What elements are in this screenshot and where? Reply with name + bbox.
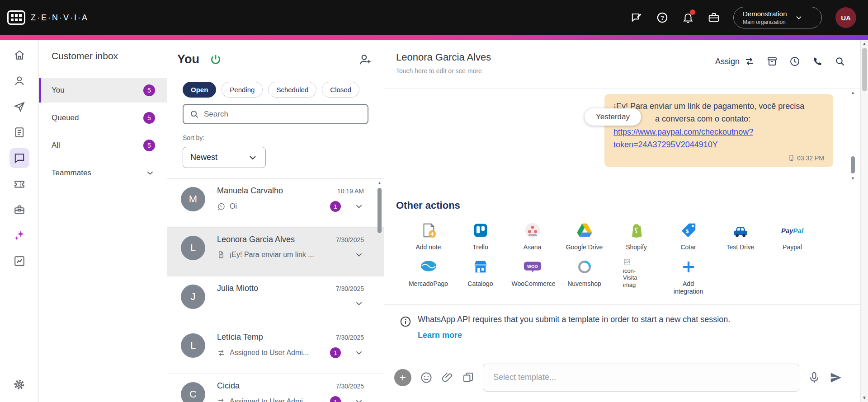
chat-contact-name[interactable]: Leonora Garcia Alves: [396, 51, 491, 63]
message-preview: ¡Ey! Para enviar um link ...: [229, 251, 314, 259]
list-scrollbar[interactable]: ▲: [377, 181, 382, 233]
chevron-down-icon[interactable]: [354, 250, 364, 260]
help-icon[interactable]: ?: [656, 12, 668, 24]
sidebar-item-teammates[interactable]: Teammates: [39, 161, 167, 185]
org-selector[interactable]: Demonstration Main organization: [733, 7, 822, 28]
window-scrollbar[interactable]: ▲ ▼: [860, 40, 868, 402]
list-item-leonora[interactable]: L Leonora Garcia Alves 7/30/2025 ¡Ey! Pa…: [167, 227, 384, 276]
action-test-drive[interactable]: Test Drive: [714, 221, 766, 252]
actions-row-2: MercadoPago Catalogo WOO WooCommerce: [396, 258, 868, 296]
workspace-icon[interactable]: [708, 12, 720, 24]
chat-header: Leonora Garcia Alves Touch here to edit …: [384, 40, 868, 89]
nav-ai-sparkles-icon[interactable]: [9, 225, 29, 245]
action-paypal[interactable]: PayPal Paypal: [766, 221, 818, 252]
filter-open[interactable]: Open: [183, 82, 216, 98]
sort-dropdown[interactable]: Newest: [183, 147, 266, 168]
action-visita-broken[interactable]: icon-Visita imag: [610, 258, 662, 296]
conv-main: Manuela Carvalho 10:19 AM Oi 1: [217, 186, 364, 222]
attachment-paperclip-icon[interactable]: [441, 371, 453, 383]
microphone-icon[interactable]: [808, 371, 821, 384]
scroll-up-icon[interactable]: ▲: [862, 42, 867, 46]
avatar: L: [181, 333, 205, 358]
car-icon: [731, 221, 750, 239]
nav-home-icon[interactable]: [9, 45, 29, 65]
scrollbar-thumb[interactable]: [851, 156, 855, 173]
chevron-down-icon[interactable]: [354, 397, 364, 402]
avatar: J: [181, 285, 205, 309]
nav-tickets-icon[interactable]: [9, 174, 29, 194]
compose-message-icon[interactable]: [630, 12, 642, 24]
nav-contacts-icon[interactable]: [9, 71, 29, 91]
payment-link-line1[interactable]: https://www.paypal.com/checkoutnow?: [613, 126, 824, 138]
action-catalogo[interactable]: Catalogo: [454, 258, 506, 296]
sidebar-item-all[interactable]: All 5: [39, 133, 167, 158]
scrollbar-thumb[interactable]: [862, 48, 867, 91]
chevron-down-icon[interactable]: [354, 348, 364, 358]
assigned-transfer-icon: [217, 397, 226, 402]
message-line: ¡Ey! Para enviar um link de pagamento, v…: [613, 100, 824, 112]
unread-badge: 1: [330, 347, 341, 358]
notifications-icon[interactable]: [682, 12, 694, 24]
add-teammate-icon[interactable]: [359, 53, 372, 66]
action-google-drive[interactable]: Google Drive: [558, 221, 610, 252]
unread-badge: 1: [330, 201, 341, 212]
assign-button[interactable]: Assign: [715, 56, 755, 67]
nav-settings-gear-icon[interactable]: [9, 374, 29, 394]
action-trello[interactable]: Trello: [454, 221, 506, 252]
history-clock-icon[interactable]: [789, 56, 800, 67]
list-item-julia[interactable]: J Julia Miotto 7/30/2025: [167, 276, 384, 325]
action-label: Asana: [524, 243, 542, 252]
scroll-down-icon[interactable]: ▼: [851, 176, 855, 181]
action-mercadopago[interactable]: MercadoPago: [402, 258, 454, 296]
action-shopify[interactable]: Shopify: [610, 221, 662, 252]
archive-icon[interactable]: [767, 56, 778, 67]
messages-scrollbar[interactable]: ▲ ▼: [850, 90, 856, 191]
composer-add-button[interactable]: [394, 369, 411, 386]
template-copy-icon[interactable]: [462, 371, 474, 383]
action-nuvemshop[interactable]: Nuvemshop: [558, 258, 610, 296]
nav-reports-icon[interactable]: [9, 122, 29, 142]
sidebar-item-you[interactable]: You 5: [39, 78, 167, 103]
filter-scheduled[interactable]: Scheduled: [268, 82, 316, 98]
chevron-down-icon[interactable]: [354, 299, 364, 309]
nav-toolbox-icon[interactable]: [9, 200, 29, 220]
search-box[interactable]: [183, 104, 368, 124]
action-cotar[interactable]: $ Cotar: [662, 221, 714, 252]
user-avatar[interactable]: UA: [835, 7, 856, 28]
send-icon[interactable]: [829, 371, 843, 384]
message-meta: 03:32 PM: [613, 153, 824, 163]
list-item-leticia[interactable]: L Letícia Temp 7/30/2025 Assigned to Use…: [167, 325, 384, 374]
composer: [384, 355, 868, 402]
svg-text:?: ?: [660, 15, 664, 21]
list-item-cicida[interactable]: C Cicida 7/30/2025 Assigned to User Admi…: [167, 374, 384, 402]
action-asana[interactable]: asana Asana: [506, 221, 558, 252]
action-woocommerce[interactable]: WOO WooCommerce: [506, 258, 558, 296]
scrollbar-thumb[interactable]: [377, 188, 382, 233]
availability-power-icon[interactable]: [209, 53, 222, 66]
sidebar-item-queued[interactable]: Queued 5: [39, 106, 167, 130]
search-icon[interactable]: [835, 56, 845, 67]
contact-info[interactable]: Leonora Garcia Alves Touch here to edit …: [396, 51, 491, 75]
action-add-note[interactable]: Add note: [402, 221, 454, 252]
nav-send-icon[interactable]: [9, 97, 29, 117]
action-add-integration[interactable]: Add integration: [662, 258, 714, 296]
action-label: Add integration: [668, 280, 709, 296]
search-input[interactable]: [204, 110, 362, 119]
chevron-down-icon: [145, 168, 155, 178]
scroll-down-icon[interactable]: ▼: [862, 396, 867, 400]
scroll-up-icon[interactable]: ▲: [377, 181, 382, 185]
emoji-icon[interactable]: [420, 371, 433, 384]
filter-pending[interactable]: Pending: [222, 82, 263, 98]
template-select-input[interactable]: [483, 364, 799, 392]
payment-link-line2[interactable]: token=24A37295V2044910Y: [613, 138, 824, 151]
payment-link[interactable]: https://www.paypal.com/checkoutnow? toke…: [613, 126, 824, 151]
filter-closed[interactable]: Closed: [322, 82, 359, 98]
nav-analytics-icon[interactable]: [9, 251, 29, 271]
chevron-down-icon[interactable]: [354, 201, 364, 211]
nav-chats-icon[interactable]: [9, 148, 29, 168]
scroll-up-icon[interactable]: ▲: [851, 90, 855, 95]
phone-icon[interactable]: [812, 56, 823, 67]
learn-more-link[interactable]: Learn more: [418, 331, 462, 340]
list-item-manuela[interactable]: M Manuela Carvalho 10:19 AM Oi 1: [167, 178, 384, 227]
zenvia-logo-icon: [7, 10, 25, 25]
